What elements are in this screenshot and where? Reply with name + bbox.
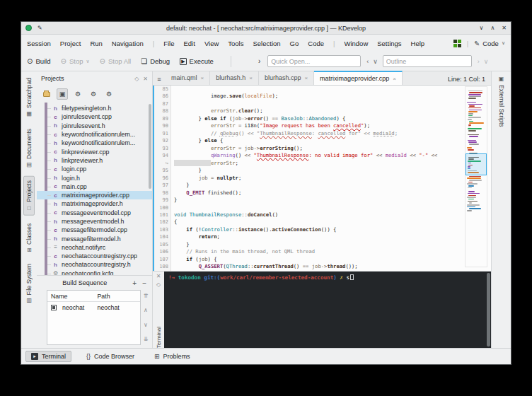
tab-main-qml[interactable]: main.qml× xyxy=(166,71,210,85)
statusbar-toggle-problems[interactable]: ⊞Problems xyxy=(149,351,195,361)
menu-selection[interactable]: Selection xyxy=(253,40,280,47)
remove-build-item-button[interactable]: − xyxy=(142,279,146,287)
outline-input[interactable] xyxy=(383,55,472,67)
minimize-button[interactable]: ∨ xyxy=(480,25,484,31)
reload-project-button[interactable]: ⚙ xyxy=(88,88,99,100)
tree-item-matriximageprovider-h[interactable]: hmatriximageprovider.h xyxy=(37,199,152,208)
minimap-viewport[interactable] xyxy=(466,153,487,175)
area-code-button[interactable]: ✎ Code ∨ xyxy=(474,40,505,47)
project-settings-button[interactable]: ⚙ xyxy=(72,88,83,100)
menu-tools[interactable]: Tools xyxy=(228,40,243,47)
menu-go[interactable]: Go xyxy=(290,40,299,47)
statusbar-toggle-code-browser[interactable]: {}Code Browser xyxy=(81,351,139,361)
debug-button[interactable]: ❏Debug xyxy=(141,57,170,65)
tree-item-joinrulesevent-cpp[interactable]: cjoinrulesevent.cpp xyxy=(37,112,152,121)
terminal-output[interactable]: !→ tokodon git:(work/carl/remember-selec… xyxy=(164,272,491,348)
tree-item-main-cpp[interactable]: cmain.cpp xyxy=(37,182,152,191)
menu-navigation[interactable]: Navigation xyxy=(112,40,144,47)
tree-item-keywordnotificationrulem-[interactable]: ckeywordnotificationrulem... xyxy=(37,130,152,139)
toolbar-overflow-icon[interactable]: › xyxy=(258,57,260,65)
tab-blurhash-h[interactable]: blurhash.h× xyxy=(210,71,259,85)
tree-item-login-cpp[interactable]: clogin.cpp xyxy=(37,165,152,173)
menu-settings[interactable]: Settings xyxy=(377,40,401,47)
code-token: } xyxy=(174,241,190,248)
outline-next-icon[interactable]: › xyxy=(478,58,480,65)
close-button[interactable]: ✕ xyxy=(502,25,507,31)
tree-item-neochataccountregistry-h[interactable]: hneochataccountregistry.h xyxy=(37,260,152,269)
float-panel-icon[interactable]: ◇ xyxy=(134,76,139,82)
float-panel-icon[interactable]: ◇ xyxy=(156,281,161,290)
statusbar-toggle-terminal[interactable]: ▸Terminal xyxy=(25,351,71,362)
outline-prev-icon[interactable]: ‹ xyxy=(366,58,369,65)
code-editor[interactable]: 85868788899091929394↪9596979899100101102… xyxy=(153,86,491,271)
tree-item-messageeventmodel-cpp[interactable]: cmessageeventmodel.cpp xyxy=(37,209,152,217)
sidebar-tab-documents[interactable]: ▤Documents xyxy=(24,125,34,172)
area-switcher-icon[interactable] xyxy=(453,40,461,47)
sidebar-tab-projects[interactable]: □Projects xyxy=(23,176,35,216)
filter-project-button[interactable]: ⚙ xyxy=(103,88,115,100)
sidebar-tab-external-scripts[interactable]: ▣ External Scripts xyxy=(498,76,505,127)
menu-file[interactable]: File xyxy=(163,40,174,47)
tree-scrollbar[interactable] xyxy=(149,104,151,189)
titlebar[interactable]: ✎ default: neochat - [ neochat:src/matri… xyxy=(21,22,511,35)
tree-item-neochataccountregistry-cpp[interactable]: cneochataccountregistry.cpp xyxy=(37,252,152,260)
terminal-scrollbar[interactable] xyxy=(487,273,490,346)
build-items-toggle-button[interactable]: ▣ xyxy=(57,88,68,100)
code-token: job xyxy=(199,256,208,262)
outline-more-icon[interactable]: ∨ xyxy=(484,58,489,65)
tree-item-label: messagefiltermodel.h xyxy=(62,235,121,243)
tree-item-messagefiltermodel-cpp[interactable]: cmessagefiltermodel.cpp xyxy=(37,226,152,234)
tree-item-messagefiltermodel-h[interactable]: hmessagefiltermodel.h xyxy=(37,234,152,243)
menu-code[interactable]: Code xyxy=(308,40,324,47)
tree-item-linkpreviewer-h[interactable]: hlinkpreviewer.h xyxy=(37,156,152,165)
quick-open-input[interactable] xyxy=(267,55,361,67)
close-panel-icon[interactable]: ✕ xyxy=(156,273,161,281)
menu-session[interactable]: Session xyxy=(27,40,51,47)
h-file-icon: h xyxy=(52,219,59,225)
tab-close-icon[interactable]: × xyxy=(201,75,204,81)
minimap-scrollbar[interactable] xyxy=(465,86,487,267)
tab-close-icon[interactable]: × xyxy=(393,76,396,82)
tree-item-filetypesingleton-h[interactable]: hfiletypesingleton.h xyxy=(37,104,152,112)
sidebar-tab-scratchpad[interactable]: ▦Scratchpad xyxy=(24,74,34,121)
open-project-button[interactable] xyxy=(41,88,52,100)
sidebar-tab-file-system[interactable]: ▥File System xyxy=(24,260,34,308)
move-up-button[interactable]: ∧ xyxy=(144,307,148,313)
menu-help[interactable]: Help xyxy=(411,40,425,47)
stop-all-button[interactable]: ⊖Stop All xyxy=(100,57,132,65)
menu-edit[interactable]: Edit xyxy=(184,40,195,47)
tab-close-icon[interactable]: × xyxy=(304,75,308,81)
stop-button[interactable]: ⊖Stop∨ xyxy=(61,57,90,65)
tree-item-messageeventmodel-h[interactable]: hmessageeventmodel.h xyxy=(37,217,152,226)
tab-matriximageprovider-cpp[interactable]: matriximageprovider.cpp× xyxy=(314,71,403,85)
minimap-mark xyxy=(469,180,482,181)
tree-item-linkpreviewer-cpp[interactable]: clinkpreviewer.cpp xyxy=(37,147,152,156)
tree-item-joinrulesevent-h[interactable]: hjoinrulesevent.h xyxy=(37,122,152,130)
tree-item-matriximageprovider-cpp[interactable]: cmatriximageprovider.cpp xyxy=(37,191,152,199)
close-panel-icon[interactable]: ✕ xyxy=(143,76,148,82)
build-sequence-row[interactable]: neochatneochat xyxy=(47,302,140,313)
tree-item-neochat-notifyrc[interactable]: ≡neochat.notifyrc xyxy=(37,243,152,252)
outline-dropdown-icon[interactable]: ∨ xyxy=(373,58,378,65)
move-top-button[interactable]: ⇈ xyxy=(144,293,149,299)
maximize-button[interactable]: ∧ xyxy=(490,25,495,31)
tab-blurhash-cpp[interactable]: blurhash.cpp× xyxy=(259,71,314,85)
build-toggle-icon: ▣ xyxy=(59,91,66,98)
h-file-icon: h xyxy=(52,262,59,268)
tree-item-login-h[interactable]: hlogin.h xyxy=(37,173,152,182)
document-list-icon[interactable]: ≡ xyxy=(153,76,166,85)
add-build-item-button[interactable]: + xyxy=(132,279,137,287)
tree-item-keywordnotificationrulem-[interactable]: hkeywordnotificationrulem... xyxy=(37,139,152,147)
sidebar-tab-classes[interactable]: ⊞Classes xyxy=(24,220,34,256)
tree-item-neochatconfig-kcfg[interactable]: ⚙neochatconfig.kcfg xyxy=(37,269,152,275)
build-button[interactable]: ⊙Build xyxy=(27,57,51,65)
code-line: Q_EMIT finished(); xyxy=(174,190,491,197)
move-bottom-button[interactable]: ⇊ xyxy=(144,336,149,342)
menu-view[interactable]: View xyxy=(204,40,219,47)
move-down-button[interactable]: ∨ xyxy=(144,322,148,328)
execute-button[interactable]: ▶Execute xyxy=(180,57,214,65)
menu-window[interactable]: Window xyxy=(344,40,368,47)
menu-run[interactable]: Run xyxy=(90,40,102,47)
menu-project[interactable]: Project xyxy=(60,40,81,47)
tab-close-icon[interactable]: × xyxy=(249,75,253,81)
